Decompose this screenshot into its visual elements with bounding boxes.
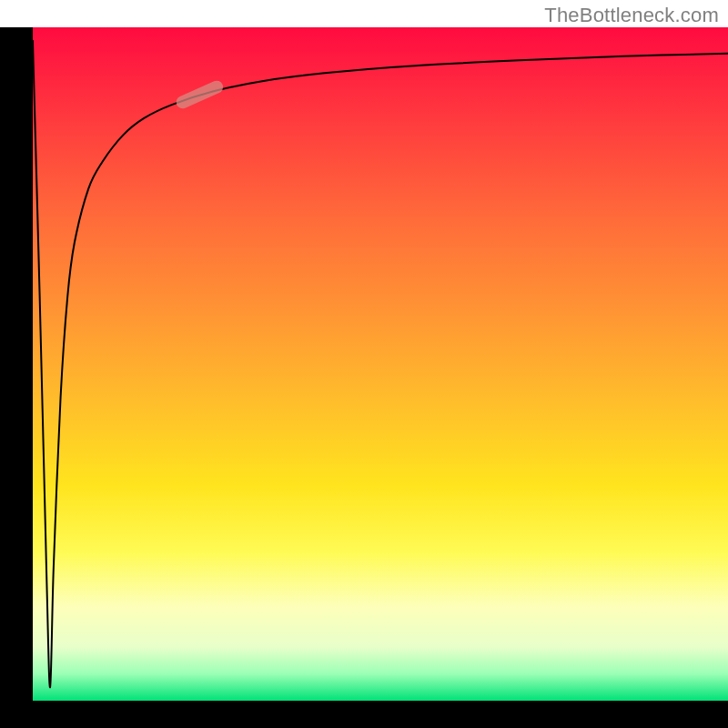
y-axis-bar: [0, 27, 33, 701]
plot-area: [33, 27, 728, 701]
watermark-text: TheBottleneck.com: [544, 4, 719, 27]
curve-svg: [33, 27, 728, 701]
curve-marker: [174, 78, 225, 110]
bottleneck-curve: [33, 41, 728, 687]
x-axis-bar: [0, 701, 728, 728]
